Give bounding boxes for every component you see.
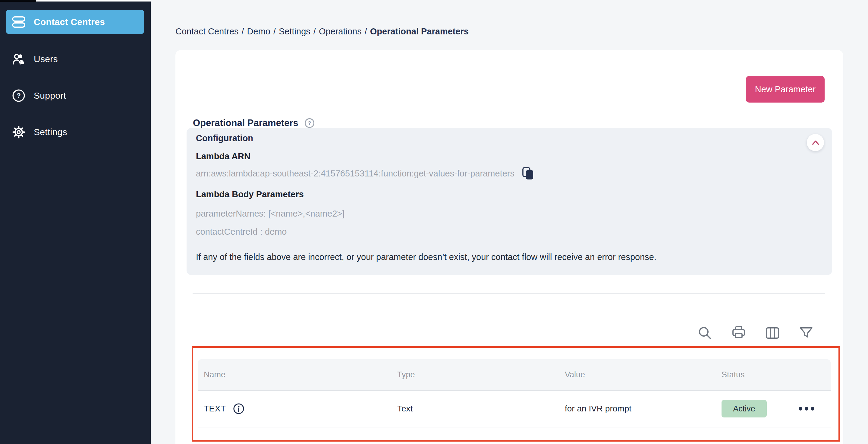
sidebar-item-label: Settings: [34, 127, 67, 137]
page-title-row: Operational Parameters ?: [193, 118, 315, 128]
parameters-table: Name Type Value Status TEXT: [198, 359, 831, 427]
svg-text:?: ?: [308, 120, 311, 126]
sidebar-item-settings[interactable]: Settings: [0, 123, 151, 142]
settings-icon: [11, 125, 26, 139]
cell-status: Active: [715, 400, 785, 417]
status-badge: Active: [721, 400, 767, 417]
users-icon: [11, 52, 26, 66]
column-header-type: Type: [391, 370, 559, 380]
sidebar-item-support[interactable]: ? Support: [0, 86, 151, 105]
table-row[interactable]: TEXT Text for an IVR prompt Active: [198, 391, 831, 427]
column-header-status: Status: [715, 370, 785, 380]
sidebar: Contact Centres Users ? Support: [0, 0, 151, 444]
app: Contact Centres Users ? Support: [0, 0, 868, 444]
top-edge-strip: [36, 0, 151, 1]
breadcrumb-current: Operational Parameters: [370, 27, 469, 36]
breadcrumb-link-contact-centres[interactable]: Contact Centres: [176, 27, 239, 36]
sidebar-item-label: Contact Centres: [34, 17, 105, 27]
configuration-warning-text: If any of the fields above are incorrect…: [196, 252, 656, 262]
configuration-title: Configuration: [196, 133, 253, 143]
breadcrumb-separator: /: [242, 27, 244, 36]
main-card: Operational Parameters ? To use operatio…: [176, 50, 843, 444]
parameter-names-value: parameterNames: [<name>,<name2>]: [196, 209, 344, 219]
sidebar-item-contact-centres[interactable]: Contact Centres: [6, 10, 144, 34]
sidebar-item-label: Users: [34, 54, 58, 64]
cell-type: Text: [391, 404, 559, 414]
columns-icon[interactable]: [764, 325, 781, 341]
print-icon[interactable]: [731, 325, 747, 341]
breadcrumb: Contact Centres/Demo/Settings/Operations…: [176, 27, 469, 36]
table-toolbar: [697, 325, 814, 341]
question-circle-icon[interactable]: ?: [304, 118, 315, 128]
info-icon[interactable]: [233, 403, 245, 415]
lambda-arn-value: arn:aws:lambda:ap-southeast-2:4157651531…: [196, 169, 515, 179]
copy-icon[interactable]: [521, 167, 535, 180]
new-parameter-button[interactable]: New Parameter: [746, 76, 825, 102]
configuration-panel: Configuration Lambda ARN arn:aws:lambda:…: [187, 128, 832, 275]
breadcrumb-link-demo[interactable]: Demo: [247, 27, 270, 36]
svg-text:?: ?: [17, 92, 21, 99]
sidebar-item-label: Support: [34, 90, 66, 101]
parameter-name: TEXT: [204, 404, 226, 414]
page-title: Operational Parameters: [193, 118, 299, 128]
contact-centre-id-value: contactCentreId : demo: [196, 227, 287, 237]
breadcrumb-link-operations[interactable]: Operations: [319, 27, 362, 36]
cell-name: TEXT: [198, 403, 391, 415]
breadcrumb-separator: /: [313, 27, 316, 36]
table-header-row: Name Type Value Status: [198, 359, 831, 391]
filter-icon[interactable]: [798, 325, 814, 341]
highlight-annotation-rect: Name Type Value Status TEXT: [192, 346, 840, 442]
contact-centres-icon: [11, 15, 26, 29]
top-edge-notch: [0, 0, 36, 2]
support-icon: ?: [11, 88, 26, 103]
collapse-panel-button[interactable]: [807, 134, 824, 151]
column-header-name: Name: [198, 370, 391, 380]
lambda-body-parameters-label: Lambda Body Parameters: [196, 189, 304, 199]
breadcrumb-separator: /: [365, 27, 367, 36]
section-divider: [193, 293, 825, 294]
row-more-menu-icon[interactable]: [796, 404, 817, 414]
cell-value: for an IVR prompt: [559, 404, 715, 414]
breadcrumb-link-settings[interactable]: Settings: [279, 27, 310, 36]
column-header-value: Value: [559, 370, 715, 380]
chevron-up-icon: [810, 138, 821, 148]
search-icon[interactable]: [697, 325, 713, 341]
sidebar-item-users[interactable]: Users: [0, 50, 151, 68]
lambda-arn-row: arn:aws:lambda:ap-southeast-2:4157651531…: [196, 167, 535, 180]
breadcrumb-separator: /: [273, 27, 276, 36]
cell-actions: [785, 404, 831, 414]
lambda-arn-label: Lambda ARN: [196, 151, 250, 161]
